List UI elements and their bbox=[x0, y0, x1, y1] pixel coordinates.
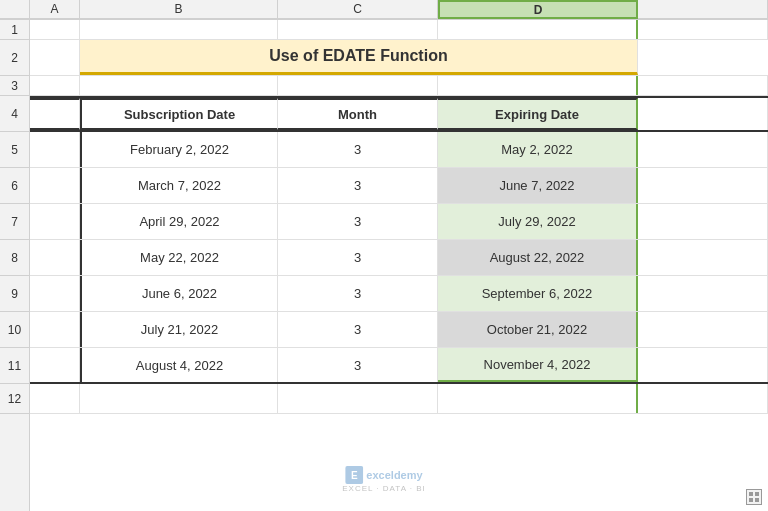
cell-c6[interactable]: 3 bbox=[278, 168, 438, 203]
svg-text:E: E bbox=[351, 470, 358, 481]
corner-spacer bbox=[0, 0, 30, 19]
cell-a1[interactable] bbox=[30, 20, 80, 39]
cell-a2[interactable] bbox=[30, 40, 80, 75]
row-num-8[interactable]: 8 bbox=[0, 240, 29, 276]
cell-d9[interactable]: September 6, 2022 bbox=[438, 276, 638, 311]
sheet-grid: Use of EDATE Function Subscription Date bbox=[30, 20, 768, 511]
row-num-4[interactable]: 4 bbox=[0, 96, 29, 132]
resize-icon bbox=[749, 492, 759, 502]
cell-rest-2 bbox=[638, 40, 768, 75]
cell-c7[interactable]: 3 bbox=[278, 204, 438, 239]
row-num-6[interactable]: 6 bbox=[0, 168, 29, 204]
header-month: Month bbox=[338, 107, 377, 122]
grid-row-3 bbox=[30, 76, 768, 96]
grid-row-9: June 6, 2022 3 September 6, 2022 bbox=[30, 276, 768, 312]
svg-rect-2 bbox=[749, 492, 753, 496]
cell-c1[interactable] bbox=[278, 20, 438, 39]
cell-a6[interactable] bbox=[30, 168, 80, 203]
grid-row-2: Use of EDATE Function bbox=[30, 40, 768, 76]
col-header-d[interactable]: D bbox=[438, 0, 638, 19]
grid-row-12 bbox=[30, 384, 768, 414]
cell-c3[interactable] bbox=[278, 76, 438, 95]
grid-row-11: August 4, 2022 3 November 4, 2022 bbox=[30, 348, 768, 384]
cell-c8[interactable]: 3 bbox=[278, 240, 438, 275]
grid-row-5: February 2, 2022 3 May 2, 2022 bbox=[30, 132, 768, 168]
cell-c10[interactable]: 3 bbox=[278, 312, 438, 347]
cell-rest-3 bbox=[638, 76, 768, 95]
title-text: Use of EDATE Function bbox=[269, 47, 447, 65]
cell-d3[interactable] bbox=[438, 76, 638, 95]
cell-d8[interactable]: August 22, 2022 bbox=[438, 240, 638, 275]
cell-d1[interactable] bbox=[438, 20, 638, 39]
cell-a7[interactable] bbox=[30, 204, 80, 239]
cell-rest-7 bbox=[638, 204, 768, 239]
watermark-brand: exceldemy bbox=[366, 469, 422, 481]
cell-rest-6 bbox=[638, 168, 768, 203]
cell-b3[interactable] bbox=[80, 76, 278, 95]
cell-rest-8 bbox=[638, 240, 768, 275]
grid-row-6: March 7, 2022 3 June 7, 2022 bbox=[30, 168, 768, 204]
row-num-11[interactable]: 11 bbox=[0, 348, 29, 384]
col-header-rest bbox=[638, 0, 768, 19]
sheet-body: 1 2 3 4 5 6 7 8 9 10 11 12 bbox=[0, 20, 768, 511]
grid-row-1 bbox=[30, 20, 768, 40]
cell-b7[interactable]: April 29, 2022 bbox=[80, 204, 278, 239]
cell-d7[interactable]: July 29, 2022 bbox=[438, 204, 638, 239]
cell-a11[interactable] bbox=[30, 348, 80, 382]
cell-rest-9 bbox=[638, 276, 768, 311]
cell-b9[interactable]: June 6, 2022 bbox=[80, 276, 278, 311]
row-num-5[interactable]: 5 bbox=[0, 132, 29, 168]
cell-d11[interactable]: November 4, 2022 bbox=[438, 348, 638, 382]
cell-c9[interactable]: 3 bbox=[278, 276, 438, 311]
row-num-9[interactable]: 9 bbox=[0, 276, 29, 312]
grid-row-4: Subscription Date Month Expiring Date bbox=[30, 96, 768, 132]
col-header-c[interactable]: C bbox=[278, 0, 438, 19]
row-num-12[interactable]: 12 bbox=[0, 384, 29, 414]
cell-a8[interactable] bbox=[30, 240, 80, 275]
cell-d6[interactable]: June 7, 2022 bbox=[438, 168, 638, 203]
grid-row-7: April 29, 2022 3 July 29, 2022 bbox=[30, 204, 768, 240]
col-header-a[interactable]: A bbox=[30, 0, 80, 19]
resize-handle[interactable] bbox=[746, 489, 762, 505]
cell-c12[interactable] bbox=[278, 384, 438, 413]
svg-rect-4 bbox=[749, 498, 753, 502]
row-num-3[interactable]: 3 bbox=[0, 76, 29, 96]
header-subscription-date: Subscription Date bbox=[124, 107, 235, 122]
row-num-7[interactable]: 7 bbox=[0, 204, 29, 240]
cell-c5[interactable]: 3 bbox=[278, 132, 438, 167]
cell-b6[interactable]: March 7, 2022 bbox=[80, 168, 278, 203]
cell-a5[interactable] bbox=[30, 132, 80, 167]
svg-rect-3 bbox=[755, 492, 759, 496]
cell-d12[interactable] bbox=[438, 384, 638, 413]
cell-b4-header[interactable]: Subscription Date bbox=[80, 98, 278, 130]
cell-c11[interactable]: 3 bbox=[278, 348, 438, 382]
cell-a12[interactable] bbox=[30, 384, 80, 413]
cell-b8[interactable]: May 22, 2022 bbox=[80, 240, 278, 275]
cell-b10[interactable]: July 21, 2022 bbox=[80, 312, 278, 347]
cell-b12[interactable] bbox=[80, 384, 278, 413]
cell-rest-12 bbox=[638, 384, 768, 413]
row-num-10[interactable]: 10 bbox=[0, 312, 29, 348]
cell-rest-10 bbox=[638, 312, 768, 347]
cell-a4[interactable] bbox=[30, 98, 80, 130]
cell-rest-5 bbox=[638, 132, 768, 167]
row-num-2[interactable]: 2 bbox=[0, 40, 29, 76]
cell-b5[interactable]: February 2, 2022 bbox=[80, 132, 278, 167]
spreadsheet: A B C D 1 2 3 4 5 6 7 8 9 10 11 12 bbox=[0, 0, 768, 511]
exceldemy-logo-icon: E bbox=[345, 466, 363, 484]
cell-c4-header[interactable]: Month bbox=[278, 98, 438, 130]
cell-a3[interactable] bbox=[30, 76, 80, 95]
cell-b1[interactable] bbox=[80, 20, 278, 39]
cell-d5[interactable]: May 2, 2022 bbox=[438, 132, 638, 167]
title-cell: Use of EDATE Function bbox=[80, 40, 638, 75]
cell-d4-header[interactable]: Expiring Date bbox=[438, 98, 638, 130]
row-headers: 1 2 3 4 5 6 7 8 9 10 11 12 bbox=[0, 20, 30, 511]
grid-row-10: July 21, 2022 3 October 21, 2022 bbox=[30, 312, 768, 348]
cell-rest-1 bbox=[638, 20, 768, 39]
cell-a10[interactable] bbox=[30, 312, 80, 347]
cell-b11[interactable]: August 4, 2022 bbox=[80, 348, 278, 382]
cell-a9[interactable] bbox=[30, 276, 80, 311]
col-header-b[interactable]: B bbox=[80, 0, 278, 19]
row-num-1[interactable]: 1 bbox=[0, 20, 29, 40]
cell-d10[interactable]: October 21, 2022 bbox=[438, 312, 638, 347]
